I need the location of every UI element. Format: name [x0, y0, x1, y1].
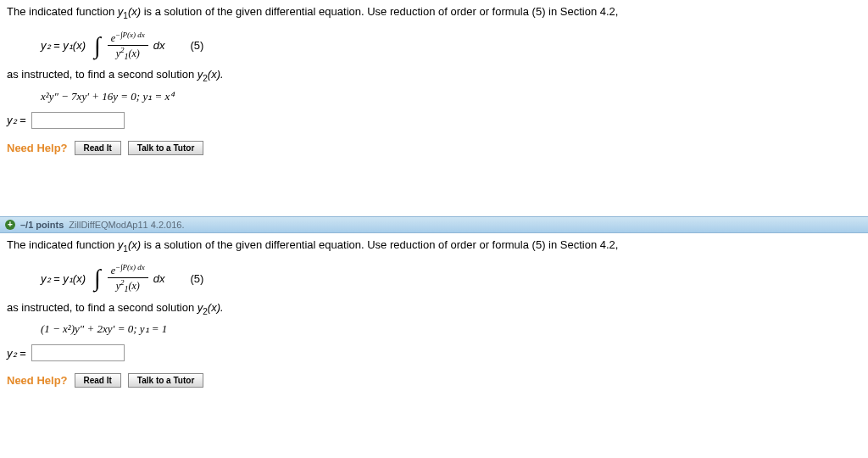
need-help-label: Need Help?: [7, 142, 68, 154]
denominator: y21(x): [113, 46, 143, 61]
read-it-button[interactable]: Read It: [75, 373, 121, 388]
help-row: Need Help? Read It Talk to a Tutor: [7, 373, 861, 388]
points-text: –/1 points: [20, 220, 64, 230]
help-row: Need Help? Read It Talk to a Tutor: [7, 141, 861, 155]
instr-x: (x).: [208, 301, 224, 314]
answer-row: y₂ =: [7, 112, 861, 129]
prompt-text: The indicated function y1(x) is a soluti…: [7, 3, 861, 22]
formula: y₂ = y₁(x) ∫ e−∫P(x) dx y21(x) dx (5): [41, 31, 861, 61]
prompt-pre: The indicated function: [7, 238, 118, 251]
denominator: y21(x): [113, 278, 143, 293]
talk-tutor-button[interactable]: Talk to a Tutor: [128, 373, 203, 388]
differential-equation: x²y″ − 7xy′ + 16y = 0; y₁ = x⁴: [41, 90, 861, 103]
points-bar: + –/1 points ZillDiffEQModAp11 4.2.016.: [0, 216, 868, 233]
talk-tutor-button[interactable]: Talk to a Tutor: [128, 141, 203, 155]
formula: y₂ = y₁(x) ∫ e−∫P(x) dx y21(x) dx (5): [41, 263, 861, 293]
fraction: e−∫P(x) dx y21(x): [108, 263, 148, 293]
numerator: e−∫P(x) dx: [108, 31, 148, 46]
dx: dx: [153, 272, 165, 285]
eq-number: (5): [191, 39, 204, 52]
dx: dx: [153, 39, 165, 52]
read-it-button[interactable]: Read It: [75, 141, 121, 155]
prompt-post: is a solution of the given differential …: [141, 5, 618, 18]
prompt-post: is a solution of the given differential …: [141, 238, 618, 251]
question-1: The indicated function y1(x) is a soluti…: [0, 0, 868, 165]
numerator: e−∫P(x) dx: [108, 263, 148, 278]
differential-equation: (1 − x²)y″ + 2xy′ = 0; y₁ = 1: [41, 322, 861, 336]
instr-pre: as instructed, to find a second solution: [7, 68, 198, 81]
formula-lhs: y₂ = y₁(x): [41, 39, 86, 52]
integral-icon: ∫: [94, 269, 101, 288]
instruction: as instructed, to find a second solution…: [7, 301, 861, 316]
expand-icon[interactable]: +: [5, 220, 15, 230]
instr-x: (x).: [208, 68, 224, 81]
instruction: as instructed, to find a second solution…: [7, 68, 861, 83]
integral-icon: ∫: [94, 36, 101, 55]
prompt-text: The indicated function y1(x) is a soluti…: [7, 237, 861, 255]
eq-number: (5): [191, 272, 204, 285]
answer-label: y₂ =: [7, 347, 26, 360]
answer-row: y₂ =: [7, 344, 861, 361]
prompt-x: (x): [128, 238, 141, 251]
prompt-pre: The indicated function: [7, 5, 118, 18]
question-source: ZillDiffEQModAp11 4.2.016.: [69, 220, 184, 230]
instr-pre: as instructed, to find a second solution: [7, 301, 198, 314]
answer-input[interactable]: [31, 112, 125, 129]
prompt-x: (x): [128, 5, 141, 18]
formula-lhs: y₂ = y₁(x): [41, 272, 86, 285]
answer-input[interactable]: [31, 344, 125, 361]
answer-label: y₂ =: [7, 114, 26, 126]
need-help-label: Need Help?: [7, 374, 68, 387]
fraction: e−∫P(x) dx y21(x): [108, 31, 148, 61]
question-2: The indicated function y1(x) is a soluti…: [0, 233, 868, 399]
